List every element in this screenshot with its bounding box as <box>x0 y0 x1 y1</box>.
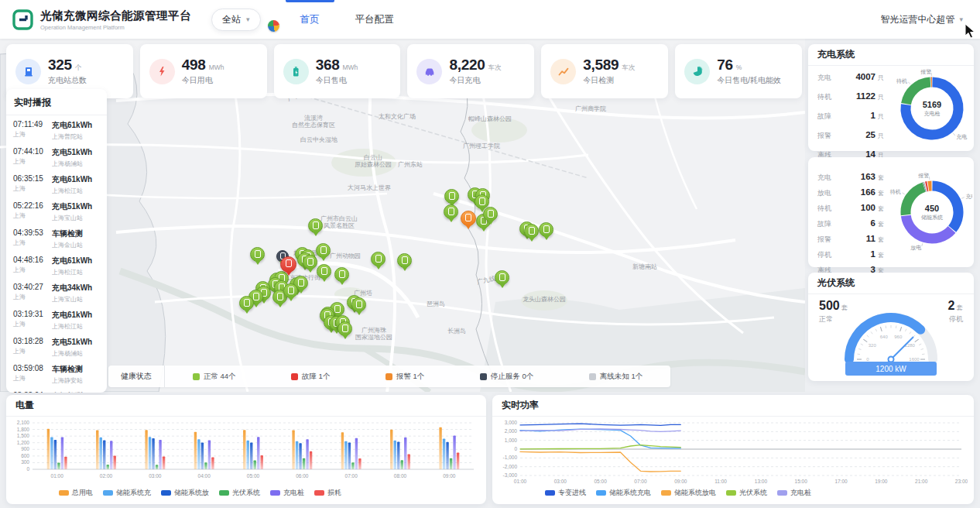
svg-text:-1,000: -1,000 <box>503 455 518 460</box>
station-pin-normal[interactable] <box>303 255 317 269</box>
station-pin-normal[interactable] <box>334 267 349 282</box>
legend-item[interactable]: 损耗 <box>314 488 341 498</box>
station-pin-alarm[interactable] <box>461 211 476 226</box>
stat-card-value: 368 <box>316 57 340 74</box>
feed-time: 07:11:49 <box>13 120 48 129</box>
feed-city: 上海 <box>13 184 48 193</box>
status-label: 离线未知 1个 <box>600 372 642 382</box>
charging-station-glyph <box>286 259 292 267</box>
legend-item[interactable]: 光伏系统 <box>219 488 260 498</box>
site-selector-dropdown[interactable]: 全站 ▾ <box>211 9 261 31</box>
svg-text:09:00: 09:00 <box>674 479 687 484</box>
stat-value: 100 <box>838 203 875 212</box>
user-menu[interactable]: 智光运营中心超管 ▾ <box>880 13 963 26</box>
app-logo-icon <box>12 9 33 30</box>
legend-item[interactable]: 充电桩 <box>777 488 811 498</box>
legend-item[interactable]: 光伏系统 <box>726 488 767 498</box>
status-label: 正常 44个 <box>204 372 236 382</box>
station-pin-normal[interactable] <box>351 297 366 312</box>
feed-time: 07:44:10 <box>13 147 48 156</box>
pie-icon <box>684 59 710 84</box>
top-header: 光储充微网综合能源管理平台 Operation Management Platf… <box>0 0 980 39</box>
health-legend-item[interactable]: 停止服务 0个 <box>480 372 533 382</box>
station-pin-normal[interactable] <box>308 218 323 233</box>
feed-time: 05:22:16 <box>13 201 48 210</box>
health-legend-item[interactable]: 离线未知 1个 <box>589 372 642 382</box>
feed-item: 07:11:49上海充电61kWh上海普陀站 <box>13 116 100 143</box>
stat-unit: 套 <box>878 204 884 213</box>
svg-text:储能系统: 储能系统 <box>921 215 943 221</box>
legend-chip <box>314 490 324 496</box>
charging-station-icon <box>15 59 41 84</box>
map-place-label: 琶洲岛 <box>427 300 445 308</box>
legend-item[interactable]: 储能系统充 <box>103 488 151 498</box>
legend-label: 储能系统充电 <box>609 488 651 498</box>
legend-item[interactable]: 储能系统放电 <box>661 488 716 498</box>
system-stat-row: 充电163套 <box>817 170 884 185</box>
storage-system-stats: 充电163套放电166套待机100套故障6套报警11套停机1套离线3套 <box>817 170 884 278</box>
station-pin-normal[interactable] <box>371 252 385 266</box>
tab-home[interactable]: 首页 <box>283 0 338 39</box>
svg-text:21:00: 21:00 <box>915 479 928 484</box>
station-pin-normal[interactable] <box>444 204 458 219</box>
station-pin-normal[interactable] <box>316 243 331 258</box>
stat-unit: 套 <box>878 173 884 182</box>
system-stat-row: 报警11套 <box>817 232 884 247</box>
legend-item[interactable]: 储能系统放 <box>161 488 209 498</box>
stat-card-unit: % <box>736 64 742 71</box>
stat-card[interactable]: 498MWh今日用电 <box>140 44 267 98</box>
svg-text:900: 900 <box>21 446 29 451</box>
station-pin-normal[interactable] <box>524 224 539 239</box>
station-pin-normal[interactable] <box>317 264 331 279</box>
legend-item[interactable]: 储能系统充电 <box>596 488 651 498</box>
legend-item[interactable]: 专变进线 <box>545 488 586 498</box>
map-place-label: 长洲岛 <box>447 327 466 335</box>
svg-text:19:00: 19:00 <box>875 479 888 484</box>
station-pin-normal[interactable] <box>483 207 498 221</box>
tab-platform-config[interactable]: 平台配置 <box>338 0 412 39</box>
map-place-label: 大河马水上世界 <box>348 184 391 192</box>
svg-text:放电: 放电 <box>910 245 921 251</box>
legend-label: 光伏系统 <box>232 488 260 498</box>
health-legend-item[interactable]: 正常 44个 <box>193 372 236 382</box>
station-pin-normal[interactable] <box>239 296 254 311</box>
svg-text:17:00: 17:00 <box>834 479 848 484</box>
stat-card[interactable]: 3,589车次今日检测 <box>541 44 668 98</box>
station-pin-normal[interactable] <box>444 189 459 204</box>
stat-label: 报警 <box>817 235 838 245</box>
power-line-chart: -3,000-2,000-1,00001,0002,0003,00001:000… <box>492 417 968 486</box>
legend-label: 储能系统充 <box>116 488 151 498</box>
feed-event: 充电61kWh <box>52 310 100 321</box>
charging-station-glyph <box>277 293 283 300</box>
charging-donut-chart: 充电待机报警5169充电枪 <box>884 67 972 149</box>
feed-city: 上海 <box>13 374 48 383</box>
station-pin-normal[interactable] <box>250 247 265 262</box>
weather-sphere-icon[interactable] <box>268 20 279 32</box>
legend-item[interactable]: 总用电 <box>59 488 93 498</box>
stat-label: 故障 <box>817 219 838 229</box>
stat-card-unit: 车次 <box>622 64 635 73</box>
trend-icon <box>550 59 576 84</box>
charging-system-panel: 充电系统 充电4007只待机1122只故障1只报警25只离线14只 充电待机报警… <box>808 44 974 151</box>
feed-city: 上海 <box>13 130 48 139</box>
feed-station: 上海松江站 <box>52 322 100 331</box>
station-pin-normal[interactable] <box>495 270 509 285</box>
health-legend-item[interactable]: 故障 1个 <box>291 372 330 382</box>
stat-card[interactable]: 8,220车次今日充电 <box>407 44 534 98</box>
station-pin-normal[interactable] <box>397 253 412 268</box>
station-pin-normal[interactable] <box>283 283 298 298</box>
station-pin-normal[interactable] <box>338 321 352 336</box>
stat-card[interactable]: 368MWh今日售电 <box>274 44 401 98</box>
feed-city: 上海 <box>13 266 48 274</box>
feed-item: 04:39:53上海车辆检测上海金山站 <box>13 225 100 252</box>
map-place-label: 广州理工学院 <box>463 142 500 150</box>
energy-bar-chart: 03006009001,2001,5001,8002,10001:0002:00… <box>6 417 480 486</box>
station-pin-normal[interactable] <box>539 222 553 237</box>
svg-text:07:00: 07:00 <box>634 479 647 484</box>
svg-text:450: 450 <box>925 204 939 213</box>
map-place-label: 新塘南站 <box>632 263 657 271</box>
legend-item[interactable]: 充电桩 <box>270 488 304 498</box>
health-legend-item[interactable]: 报警 1个 <box>385 372 424 382</box>
stat-card[interactable]: 76%今日售电/耗电能效 <box>675 44 802 98</box>
station-pin-fault[interactable] <box>280 256 296 273</box>
